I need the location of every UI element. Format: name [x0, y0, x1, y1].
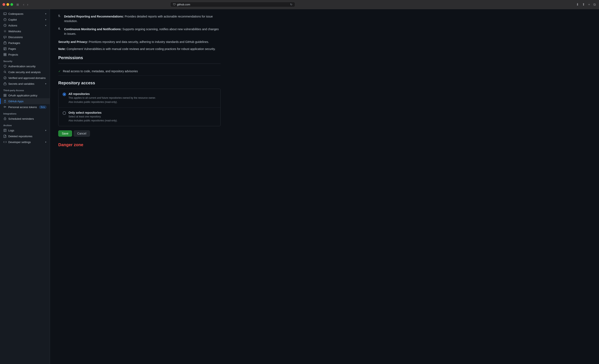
sidebar-item-pages[interactable]: Pages: [0, 46, 50, 52]
select-repos-radio[interactable]: [63, 111, 66, 115]
sidebar-item-actions[interactable]: Actions ▾: [0, 22, 50, 28]
sidebar-item-discussions[interactable]: Discussions: [0, 34, 50, 40]
sidebar-item-copilot[interactable]: Copilot ▾: [0, 17, 50, 22]
forward-button[interactable]: ›: [26, 2, 29, 7]
tabs-icon[interactable]: ⧉: [592, 2, 597, 7]
button-row: Save Cancel: [58, 130, 221, 137]
actions-icon: [3, 24, 7, 27]
sidebar-item-github-apps[interactable]: GitHub Apps: [0, 98, 50, 104]
sidebar-item-label: Packages: [8, 41, 20, 44]
minimize-button[interactable]: [7, 3, 9, 6]
svg-rect-10: [4, 55, 5, 56]
save-button[interactable]: Save: [58, 130, 72, 137]
chevron-down-icon: ▾: [45, 24, 46, 27]
chevron-down-icon: ▾: [45, 82, 46, 85]
svg-rect-15: [4, 94, 5, 95]
download-icon[interactable]: ⬇: [575, 2, 580, 7]
browser-actions: ⬇ ⬆ + ⧉: [575, 2, 597, 7]
webhooks-icon: [3, 30, 7, 33]
sidebar-item-label: Pages: [8, 47, 16, 50]
permissions-title: Permissions: [58, 55, 221, 60]
sidebar-item-developer-settings[interactable]: Developer settings ▾: [0, 139, 50, 145]
svg-point-2: [4, 19, 5, 20]
shield-icon: 🛡: [173, 3, 176, 6]
sidebar-item-logs[interactable]: Logs ▾: [0, 127, 50, 133]
desc-italic: and: [97, 97, 101, 99]
new-tab-icon[interactable]: +: [587, 2, 591, 7]
desc-line2: Also includes public repositories (read-…: [69, 119, 117, 122]
beta-badge: Beta: [39, 106, 46, 109]
repo-icon: [3, 134, 7, 138]
chevron-down-icon: ▾: [45, 129, 46, 132]
chevron-down-icon: ▾: [45, 141, 46, 143]
sidebar-item-webhooks[interactable]: Webhooks: [0, 28, 50, 34]
robot-icon: [3, 99, 7, 103]
security-privacy-text-content: Prioritizes repository and data security…: [89, 40, 209, 44]
all-repos-radio[interactable]: [63, 93, 66, 96]
svg-rect-16: [5, 94, 6, 95]
browser-nav: ‹ ›: [22, 2, 29, 7]
svg-point-1: [4, 18, 6, 21]
content-area: 5. Detailed Reporting and Recommendation…: [50, 9, 229, 152]
share-icon[interactable]: ⬆: [581, 2, 586, 7]
third-party-section-label: Third-party Access: [0, 87, 50, 92]
close-button[interactable]: [2, 3, 5, 6]
sidebar-item-label: Codespaces: [8, 12, 23, 15]
sidebar-item-label: Discussions: [8, 36, 23, 39]
sidebar-item-packages[interactable]: Packages: [0, 40, 50, 46]
desc-line1: Select at least one repository.: [69, 115, 101, 118]
sidebar-item-oauth-policy[interactable]: OAuth application policy: [0, 92, 50, 98]
svg-point-5: [5, 31, 5, 32]
integrations-section-label: Integrations: [0, 110, 50, 116]
sidebar-item-authentication-security[interactable]: Authentication security: [0, 63, 50, 69]
item-bold: Continuous Monitoring and Notifications:: [64, 27, 122, 31]
sidebar: Codespaces ▾ Copilot ▾ Actions ▾ Webhook…: [0, 9, 50, 364]
item-number: 6.: [58, 27, 62, 30]
desc-part1: This applies to all current: [69, 97, 97, 99]
sidebar-item-label: Authentication security: [8, 65, 35, 68]
sidebar-item-label: GitHub Apps: [8, 100, 24, 103]
svg-rect-6: [4, 42, 6, 44]
discussions-icon: [3, 36, 7, 39]
code-icon: [3, 140, 7, 144]
svg-point-12: [4, 71, 6, 73]
select-repos-option[interactable]: Only select repositories Select at least…: [59, 108, 220, 126]
reload-icon[interactable]: ↻: [290, 3, 292, 6]
note-text-content: Complement Vulnerabilities.io with manua…: [67, 47, 216, 51]
sidebar-item-label: Verified and approved domains: [8, 76, 45, 80]
apps-icon: [3, 94, 7, 97]
svg-rect-18: [5, 96, 6, 97]
main-content: 5. Detailed Reporting and Recommendation…: [50, 9, 599, 364]
note-paragraph: Note: Complement Vulnerabilities.io with…: [58, 47, 221, 51]
sidebar-item-scheduled-reminders[interactable]: Scheduled reminders: [0, 116, 50, 122]
maximize-button[interactable]: [10, 3, 13, 6]
traffic-lights: [2, 3, 13, 6]
sidebar-toggle-button[interactable]: ⊞: [16, 2, 20, 7]
sidebar-item-deleted-repos[interactable]: Deleted repositories: [0, 133, 50, 139]
all-repos-text: All repositories This applies to all cur…: [69, 92, 156, 104]
permission-row: ✓ Read access to code, metadata, and rep…: [58, 67, 221, 76]
security-privacy-paragraph: Security and Privacy: Prioritizes reposi…: [58, 40, 221, 44]
archive-section-label: Archive: [0, 122, 50, 127]
sidebar-item-secrets-variables[interactable]: Secrets and variables ▾: [0, 81, 50, 87]
numbered-item-5: 5. Detailed Reporting and Recommendation…: [58, 14, 221, 24]
copilot-icon: [3, 18, 7, 21]
all-repos-title: All repositories: [69, 92, 156, 96]
sidebar-item-code-security[interactable]: Code security and analysis: [0, 69, 50, 75]
all-repos-option[interactable]: All repositories This applies to all cur…: [59, 89, 220, 107]
item-number: 5.: [58, 14, 62, 18]
sidebar-item-codespaces[interactable]: Codespaces ▾: [0, 11, 50, 17]
check-circle-icon: [3, 76, 7, 80]
note-label: Note:: [58, 47, 66, 51]
chevron-down-icon: ▾: [45, 18, 46, 21]
sidebar-item-personal-access-tokens[interactable]: Personal access tokens Beta: [0, 104, 50, 110]
back-button[interactable]: ‹: [22, 2, 25, 7]
address-bar[interactable]: 🛡 github.com ↻: [170, 2, 295, 7]
cancel-button[interactable]: Cancel: [74, 130, 90, 137]
sidebar-item-label: Code security and analysis: [8, 71, 41, 74]
desc-part2: future repositories owned by the resourc…: [101, 97, 156, 99]
check-icon: ✓: [58, 70, 61, 73]
clock-icon: [3, 117, 7, 120]
sidebar-item-verified-domains[interactable]: Verified and approved domains: [0, 75, 50, 81]
sidebar-item-projects[interactable]: Projects: [0, 52, 50, 57]
